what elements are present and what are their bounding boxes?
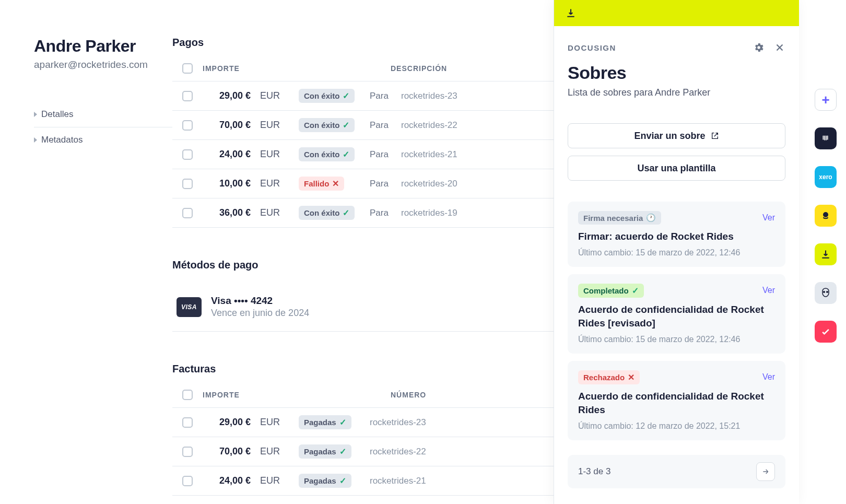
invoices-table-header: IMPORTE NÚMERO — [172, 390, 559, 408]
section-title-payments: Pagos — [172, 37, 559, 49]
payments-table-header: IMPORTE DESCRIPCIÓN — [172, 63, 559, 81]
header-description: DESCRIPCIÓN — [391, 64, 559, 73]
use-template-button[interactable]: Usar una plantilla — [568, 156, 785, 181]
envelope-meta: Último cambio: 12 de marzo de 2022, 15:2… — [578, 421, 775, 431]
view-link[interactable]: Ver — [762, 213, 775, 222]
currency-cell: EUR — [251, 120, 286, 131]
currency-cell: EUR — [251, 475, 286, 486]
row-checkbox[interactable] — [182, 120, 193, 131]
envelope-meta: Último cambio: 15 de marzo de 2022, 12:4… — [578, 248, 775, 257]
check-icon: ✓ — [343, 120, 349, 130]
envelope-card[interactable]: Rechazado ✕ Ver Acuerdo de confidenciali… — [568, 361, 785, 440]
visa-logo-icon: VISA — [177, 297, 202, 317]
table-row[interactable]: 29,00 € EUR Con éxito✓ Para rocketrides-… — [172, 81, 559, 111]
pagination-text: 1-3 de 3 — [578, 466, 610, 477]
table-row[interactable]: 29,00 € EUR Pagadas✓ rocketrides-23 — [172, 408, 559, 437]
hootsuite-app-icon[interactable] — [815, 282, 837, 304]
envelope-meta: Último cambio: 15 de marzo de 2022, 12:4… — [578, 335, 775, 344]
nav-item-label: Detalles — [41, 109, 73, 120]
table-row[interactable]: 24,00 € EUR Con éxito✓ Para rocketrides-… — [172, 140, 559, 169]
panel-brand-bar — [554, 0, 799, 26]
for-label: Para — [370, 179, 401, 189]
currency-cell: EUR — [251, 178, 286, 189]
download-icon — [566, 8, 576, 18]
currency-cell: EUR — [251, 446, 286, 457]
chevron-right-icon — [34, 112, 37, 117]
header-amount: IMPORTE — [203, 391, 391, 399]
nav-item-label: Metadatos — [41, 135, 83, 145]
gear-icon[interactable] — [753, 42, 765, 53]
panel-app-name: DOCUSIGN — [568, 43, 616, 52]
intercom-app-icon[interactable] — [815, 127, 837, 149]
nav-item-details[interactable]: Detalles — [34, 102, 172, 127]
section-title-invoices: Facturas — [172, 363, 559, 375]
currency-cell: EUR — [251, 90, 286, 101]
close-icon[interactable] — [774, 42, 785, 53]
table-row[interactable]: 24,00 € EUR Pagadas✓ rocketrides-21 — [172, 466, 559, 496]
section-title-payment-methods: Métodos de pago — [172, 259, 559, 271]
app-icon[interactable] — [815, 321, 837, 343]
table-row[interactable]: 36,00 € EUR Con éxito✓ Para rocketrides-… — [172, 198, 559, 228]
status-badge: Con éxito✓ — [299, 206, 355, 220]
ref-cell: rocketrides-22 — [370, 447, 426, 457]
check-icon: ✓ — [343, 208, 349, 218]
panel-title: Sobres — [568, 63, 785, 83]
currency-cell: EUR — [251, 417, 286, 428]
row-checkbox[interactable] — [182, 417, 193, 428]
payment-method-row[interactable]: VISA Visa •••• 4242 Vence en junio de 20… — [172, 286, 559, 332]
row-checkbox[interactable] — [182, 208, 193, 218]
add-app-button[interactable]: + — [815, 89, 837, 111]
mailchimp-app-icon[interactable] — [815, 205, 837, 227]
envelope-title: Acuerdo de confidencialidad de Rocket Ri… — [578, 303, 775, 331]
for-label: Para — [370, 120, 401, 131]
svg-point-1 — [823, 212, 828, 217]
ref-cell: rocketrides-23 — [401, 91, 457, 101]
status-badge: Pagadas✓ — [299, 415, 351, 429]
table-row[interactable]: 10,00 € EUR Fallido✕ Para rocketrides-20 — [172, 169, 559, 198]
amount-cell: 70,00 € — [203, 120, 251, 131]
nav-item-metadata[interactable]: Metadatos — [34, 127, 172, 153]
clock-icon: 🕐 — [646, 213, 656, 222]
xero-app-icon[interactable]: xero — [815, 166, 837, 188]
amount-cell: 24,00 € — [203, 475, 251, 486]
cross-icon: ✕ — [628, 372, 634, 382]
row-checkbox[interactable] — [182, 179, 193, 189]
next-page-button[interactable] — [756, 462, 775, 481]
table-row[interactable]: 70,00 € EUR Con éxito✓ Para rocketrides-… — [172, 111, 559, 140]
row-checkbox[interactable] — [182, 476, 193, 486]
table-row[interactable]: 70,00 € EUR Pagadas✓ rocketrides-22 — [172, 437, 559, 466]
ref-cell: rocketrides-20 — [401, 179, 457, 189]
currency-cell: EUR — [251, 207, 286, 218]
check-icon: ✓ — [343, 149, 349, 159]
status-badge: Pagadas✓ — [299, 444, 351, 459]
header-number: NÚMERO — [391, 391, 559, 399]
row-checkbox[interactable] — [182, 447, 193, 457]
row-checkbox[interactable] — [182, 149, 193, 160]
status-badge: Pagadas✓ — [299, 474, 351, 488]
check-icon: ✓ — [339, 447, 346, 456]
amount-cell: 36,00 € — [203, 207, 251, 218]
for-label: Para — [370, 91, 401, 101]
row-checkbox[interactable] — [182, 91, 193, 101]
envelope-card[interactable]: Completado ✓ Ver Acuerdo de confidencial… — [568, 274, 785, 354]
ref-cell: rocketrides-21 — [401, 149, 457, 160]
docusign-panel: DOCUSIGN Sobres Lista de sobres para And… — [554, 0, 799, 504]
pagination: 1-3 de 3 — [568, 455, 785, 488]
view-link[interactable]: Ver — [762, 286, 775, 295]
docusign-app-icon[interactable] — [815, 243, 837, 265]
for-label: Para — [370, 149, 401, 160]
ref-cell: rocketrides-22 — [401, 120, 457, 131]
app-rail: + xero — [815, 89, 837, 343]
external-link-icon — [711, 132, 719, 140]
select-all-checkbox[interactable] — [182, 390, 193, 400]
view-link[interactable]: Ver — [762, 372, 775, 382]
arrow-right-icon — [761, 467, 770, 476]
send-envelope-button[interactable]: Enviar un sobre — [568, 123, 785, 148]
envelope-card[interactable]: Firma necesaria 🕐 Ver Firmar: acuerdo de… — [568, 202, 785, 267]
check-icon: ✓ — [632, 286, 639, 296]
status-badge: Firma necesaria 🕐 — [578, 211, 661, 225]
ref-cell: rocketrides-23 — [370, 417, 426, 428]
status-badge: Con éxito✓ — [299, 147, 355, 161]
svg-point-2 — [823, 291, 825, 293]
select-all-checkbox[interactable] — [182, 63, 193, 74]
